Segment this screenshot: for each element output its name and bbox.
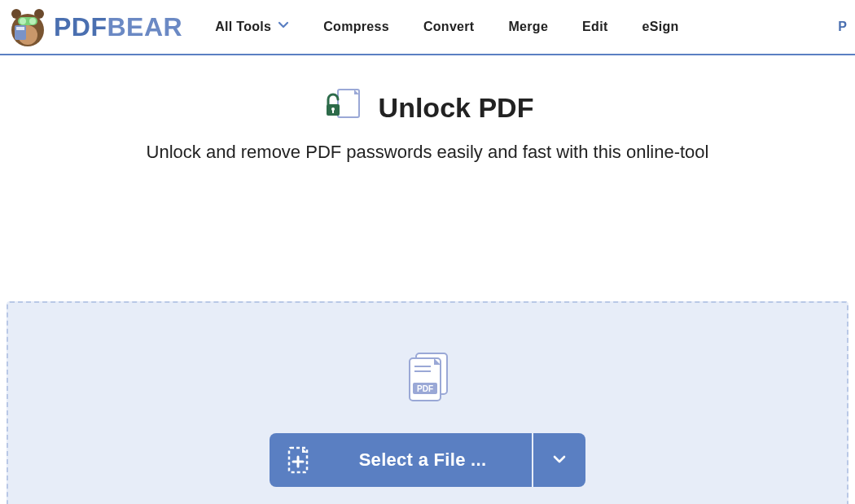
bear-mascot-icon bbox=[7, 6, 49, 48]
select-file-button[interactable]: Select a File ... bbox=[270, 433, 533, 487]
right-truncated-link[interactable]: P bbox=[838, 20, 848, 34]
nav-esign[interactable]: eSign bbox=[642, 20, 679, 34]
hero-section: Unlock PDF Unlock and remove PDF passwor… bbox=[0, 55, 855, 163]
nav-all-tools-label: All Tools bbox=[215, 20, 271, 34]
top-nav: PDFBEAR All Tools Compress Convert Merge… bbox=[0, 0, 855, 55]
select-file-group: Select a File ... bbox=[270, 433, 586, 487]
nav-all-tools[interactable]: All Tools bbox=[215, 20, 289, 34]
page-title: Unlock PDF bbox=[379, 92, 534, 124]
chevron-down-icon bbox=[278, 20, 289, 34]
nav-merge[interactable]: Merge bbox=[508, 20, 548, 34]
brand-wordmark: PDFBEAR bbox=[54, 12, 182, 42]
svg-point-5 bbox=[20, 18, 26, 24]
svg-point-6 bbox=[29, 18, 36, 24]
hero-title-row: Unlock PDF bbox=[322, 85, 534, 130]
brand-logo[interactable]: PDFBEAR bbox=[7, 6, 182, 48]
nav-convert[interactable]: Convert bbox=[423, 20, 475, 34]
select-file-label: Select a File ... bbox=[359, 449, 487, 471]
nav-edit[interactable]: Edit bbox=[582, 20, 607, 34]
select-file-dropdown[interactable] bbox=[533, 433, 585, 487]
nav-compress[interactable]: Compress bbox=[323, 20, 389, 34]
file-drop-zone[interactable]: PDF Select a File ... bbox=[7, 301, 848, 504]
pdf-stack-icon: PDF bbox=[398, 348, 457, 410]
chevron-down-icon bbox=[551, 451, 568, 470]
pdf-badge-text: PDF bbox=[417, 384, 433, 393]
unlock-pdf-icon bbox=[322, 85, 364, 130]
svg-rect-12 bbox=[332, 109, 334, 113]
svg-rect-8 bbox=[16, 27, 24, 30]
page-subtitle: Unlock and remove PDF passwords easily a… bbox=[16, 142, 839, 163]
add-file-icon bbox=[287, 446, 310, 474]
primary-nav: All Tools Compress Convert Merge Edit eS… bbox=[215, 20, 838, 34]
